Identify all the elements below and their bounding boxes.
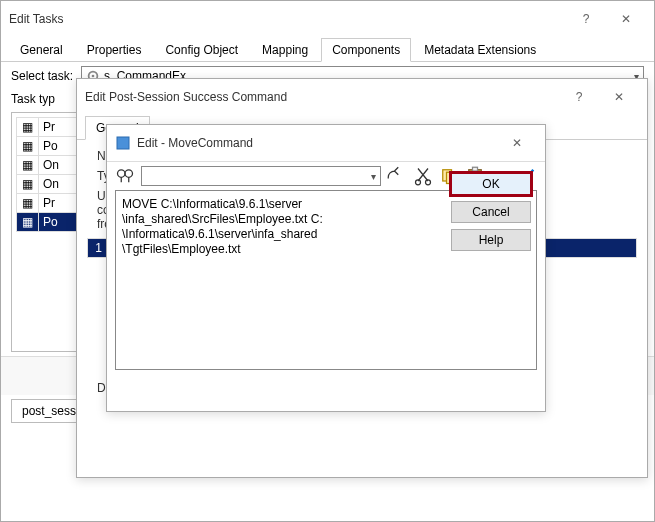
tab-config-object[interactable]: Config Object	[154, 38, 249, 62]
svg-rect-2	[117, 137, 129, 149]
close-icon[interactable]: ✕	[497, 131, 537, 155]
help-icon[interactable]: ?	[566, 7, 606, 31]
tab-properties[interactable]: Properties	[76, 38, 153, 62]
edit-buttons: OK Cancel Help	[451, 173, 531, 251]
select-task-label: Select task:	[11, 69, 81, 83]
command-text: MOVE C:\Informatica\9.6.1\server \infa_s…	[122, 197, 323, 256]
tabs-bar: General Properties Config Object Mapping…	[1, 37, 654, 62]
session-icon: ▦	[22, 215, 33, 229]
edit-command-window: Edit - MoveCommand ✕ ▾ ✕ MOVE C:\Informa…	[106, 124, 546, 412]
tab-metadata-extensions[interactable]: Metadata Extensions	[413, 38, 547, 62]
session-icon: ▦	[22, 139, 33, 153]
close-icon[interactable]: ✕	[599, 85, 639, 109]
tab-components[interactable]: Components	[321, 38, 411, 62]
post-session-title: Edit Post-Session Success Command	[85, 90, 559, 104]
session-icon: ▦	[22, 196, 33, 210]
undo-icon[interactable]	[387, 166, 407, 186]
close-icon[interactable]: ✕	[606, 7, 646, 31]
svg-rect-10	[473, 167, 478, 171]
help-icon[interactable]: ?	[559, 85, 599, 109]
ok-button[interactable]: OK	[451, 173, 531, 195]
tab-general[interactable]: General	[9, 38, 74, 62]
svg-point-3	[118, 170, 126, 178]
edit-tasks-title: Edit Tasks	[9, 12, 566, 26]
svg-point-4	[125, 170, 133, 178]
chevron-down-icon: ▾	[371, 171, 376, 182]
post-session-titlebar: Edit Post-Session Success Command ? ✕	[77, 79, 647, 115]
find-combo[interactable]: ▾	[141, 166, 381, 186]
app-icon	[115, 135, 131, 151]
cut-icon[interactable]	[413, 166, 433, 186]
session-icon: ▦	[22, 120, 33, 134]
edit-titlebar: Edit - MoveCommand ✕	[107, 125, 545, 162]
session-icon: ▦	[22, 177, 33, 191]
edit-tasks-titlebar: Edit Tasks ? ✕	[1, 1, 654, 37]
edit-title: Edit - MoveCommand	[137, 136, 497, 150]
help-button[interactable]: Help	[451, 229, 531, 251]
tab-mapping[interactable]: Mapping	[251, 38, 319, 62]
binoculars-icon[interactable]	[115, 166, 135, 186]
session-icon: ▦	[22, 158, 33, 172]
cancel-button[interactable]: Cancel	[451, 201, 531, 223]
svg-point-1	[92, 75, 95, 78]
